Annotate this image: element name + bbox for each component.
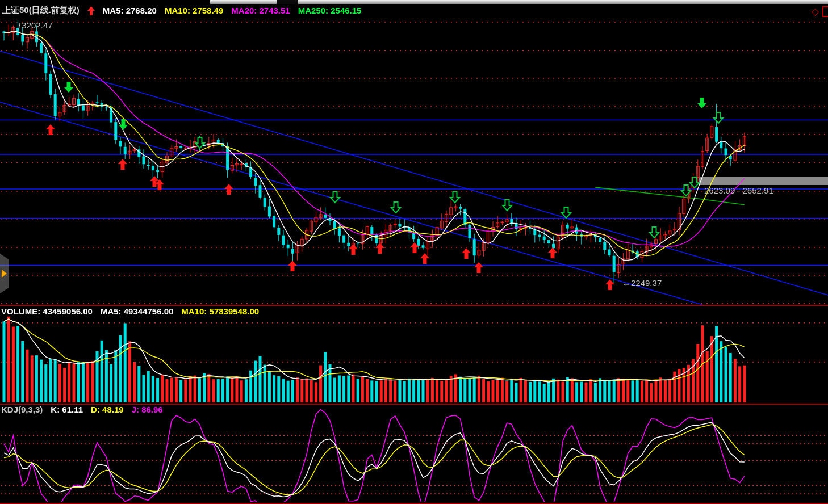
- volume-ma10-value: MA10: 57839548.00: [181, 306, 259, 316]
- high-price-label: ƒ3202.47: [17, 20, 53, 30]
- square-icon[interactable]: [822, 6, 828, 17]
- volume-ma5-value: MA5: 49344756.00: [101, 306, 173, 316]
- diamond-icon[interactable]: ◇: [812, 6, 819, 18]
- symbol-title: 上证50(日线.前复权): [2, 5, 80, 16]
- corner-toolbar: ◇: [812, 6, 827, 18]
- up-arrow-icon: [87, 6, 95, 15]
- ma250-value: MA250: 2546.15: [298, 6, 362, 15]
- kdj-j-value: J: 86.96: [132, 405, 163, 414]
- low-price-label: ←2249.37: [622, 278, 662, 288]
- volume-value: VOLUME: 43459056.00: [1, 306, 93, 316]
- volume-header: VOLUME: 43459056.00 MA5: 49344756.00 MA1…: [1, 306, 259, 316]
- ma20-value: MA20: 2743.51: [231, 6, 290, 15]
- stock-chart-window: ◇ 上证50(日线.前复权) MA5: 2768.20 MA10: 2758.4…: [0, 0, 828, 504]
- price-header: 上证50(日线.前复权) MA5: 2768.20 MA10: 2758.49 …: [2, 5, 361, 16]
- ma10-value: MA10: 2758.49: [165, 6, 223, 15]
- kdj-name: KDJ(9,3,3): [1, 405, 43, 414]
- sidebar-expand-handle[interactable]: [0, 254, 9, 293]
- window-top-strip-gap: [277, 0, 298, 4]
- range-price-label: 2623.09 - 2652.91: [704, 186, 773, 195]
- kdj-k-value: K: 61.11: [51, 405, 83, 414]
- ma5-value: MA5: 2768.20: [103, 6, 157, 15]
- kdj-header: KDJ(9,3,3) K: 61.11 D: 48.19 J: 86.96: [1, 405, 163, 414]
- chart-canvas[interactable]: [0, 0, 828, 504]
- kdj-d-value: D: 48.19: [91, 405, 124, 414]
- window-top-strip: [210, 0, 828, 4]
- expand-arrow-icon: [2, 270, 7, 278]
